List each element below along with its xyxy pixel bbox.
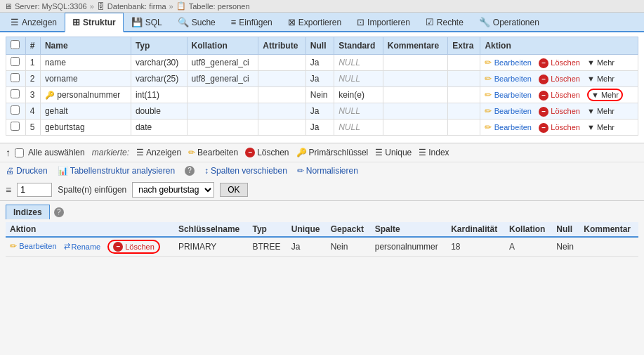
row-extra bbox=[448, 103, 480, 120]
bearbeiten-link[interactable]: Bearbeiten bbox=[494, 107, 532, 115]
bearbeiten-link[interactable]: Bearbeiten bbox=[494, 75, 532, 83]
verschieben-icon: ↕ bbox=[204, 166, 209, 176]
action-unique[interactable]: ☰ Unique bbox=[375, 148, 412, 157]
row-num: 3 bbox=[25, 87, 40, 103]
verschieben-link[interactable]: ↕ Spalten verschieben bbox=[204, 166, 287, 176]
row-checkbox-input[interactable] bbox=[11, 122, 20, 131]
select-all-checkbox[interactable] bbox=[15, 148, 24, 157]
row-null: Ja bbox=[305, 55, 334, 71]
row-standard: NULL bbox=[334, 71, 383, 87]
structure-table: # Name Typ Kollation Attribute Null Stan… bbox=[6, 37, 638, 136]
row-checkbox-input[interactable] bbox=[11, 105, 20, 115]
row-checkbox-input[interactable] bbox=[11, 73, 20, 82]
help-circle-analyse[interactable]: ? bbox=[185, 166, 195, 176]
tab-einfuegen[interactable]: ≡ Einfügen bbox=[223, 13, 280, 31]
indizes-col-aktion: Aktion bbox=[6, 222, 174, 237]
struktur-icon: ⊞ bbox=[72, 17, 80, 27]
bearbeiten-link[interactable]: Bearbeiten bbox=[494, 58, 532, 67]
indizes-tab-label: Indizes bbox=[13, 207, 42, 217]
tab-rechte[interactable]: ☑ Rechte bbox=[418, 13, 471, 31]
loeschen-link[interactable]: Löschen bbox=[551, 58, 580, 67]
col-name: Name bbox=[40, 37, 131, 55]
tab-importieren[interactable]: ⊡ Importieren bbox=[349, 13, 418, 31]
indizes-col-spalte: Spalte bbox=[371, 222, 447, 237]
tab-sql[interactable]: 💾 SQL bbox=[124, 13, 170, 31]
row-kommentare bbox=[383, 87, 448, 103]
indizes-tab[interactable]: Indizes bbox=[6, 205, 50, 219]
col-null: Null bbox=[305, 37, 334, 55]
row-aktion: ✏ Bearbeiten – Löschen ▼ Mehr bbox=[480, 120, 638, 136]
operationen-icon: 🔧 bbox=[479, 17, 490, 27]
action-loeschen[interactable]: – Löschen bbox=[245, 148, 289, 157]
indizes-loeschen-link[interactable]: – Löschen bbox=[107, 240, 160, 254]
loeschen-link[interactable]: Löschen bbox=[551, 91, 580, 99]
analyse-link[interactable]: 📊 Tabellenstruktur analysieren bbox=[58, 166, 175, 176]
row-name: vorname bbox=[40, 71, 131, 87]
col-aktion: Aktion bbox=[480, 37, 638, 55]
mehr-link[interactable]: ▼ Mehr bbox=[587, 107, 615, 115]
row-kollation bbox=[187, 87, 258, 103]
mehr-link[interactable]: ▼ Mehr bbox=[587, 89, 623, 101]
ok-button[interactable]: OK bbox=[220, 183, 247, 197]
row-attribute bbox=[258, 71, 305, 87]
action-anzeigen[interactable]: ☰ Anzeigen bbox=[136, 148, 181, 157]
insert-number-input[interactable] bbox=[17, 183, 52, 197]
analyse-icon: 📊 bbox=[58, 166, 68, 176]
tab-anzeigen[interactable]: ☰ Anzeigen bbox=[3, 13, 65, 31]
row-standard: NULL bbox=[334, 55, 383, 71]
table-icon: 📋 bbox=[176, 1, 186, 11]
help-circle-indizes[interactable]: ? bbox=[54, 207, 64, 217]
bottom-toolbar: ↑ Alle auswählen markierte: ☰ Anzeigen ✏… bbox=[0, 143, 644, 162]
mehr-link[interactable]: ▼ Mehr bbox=[587, 58, 615, 67]
indizes-col-kardinalitaet: Kardinalität bbox=[447, 222, 505, 237]
loeschen-link[interactable]: Löschen bbox=[551, 75, 580, 83]
normalisieren-link[interactable]: ✏ Normalisieren bbox=[297, 166, 358, 176]
rechte-icon: ☑ bbox=[426, 17, 434, 27]
select-all-header[interactable] bbox=[11, 40, 20, 49]
print-link[interactable]: 🖨 Drucken bbox=[6, 166, 48, 176]
action-bearbeiten-label: Bearbeiten bbox=[197, 148, 238, 157]
main-content: # Name Typ Kollation Attribute Null Stan… bbox=[0, 32, 644, 143]
loeschen-link[interactable]: Löschen bbox=[551, 123, 580, 131]
row-null: Ja bbox=[305, 120, 334, 136]
indizes-rename-link[interactable]: ⇄ Rename bbox=[64, 242, 101, 251]
row-num: 2 bbox=[25, 71, 40, 87]
action-primaerschluessel[interactable]: 🔑 Primärschlüssel bbox=[296, 148, 369, 157]
col-checkbox bbox=[6, 37, 26, 55]
indizes-col-null: Null bbox=[552, 222, 579, 237]
row-checkbox-input[interactable] bbox=[11, 57, 20, 66]
row-num: 1 bbox=[25, 55, 40, 71]
indizes-spalte: personalnummer bbox=[371, 237, 447, 257]
row-kollation: utf8_general_ci bbox=[187, 71, 258, 87]
row-typ: double bbox=[131, 103, 187, 120]
col-extra: Extra bbox=[448, 37, 480, 55]
bearbeiten-link[interactable]: Bearbeiten bbox=[494, 123, 532, 131]
tab-exportieren[interactable]: ⊠ Exportieren bbox=[280, 13, 349, 31]
action-index[interactable]: ☰ Index bbox=[419, 148, 449, 157]
indizes-col-gepackt: Gepackt bbox=[327, 222, 371, 237]
nav-tabs: ☰ Anzeigen ⊞ Struktur 💾 SQL 🔍 Suche ≡ Ei… bbox=[0, 13, 644, 32]
mehr-link[interactable]: ▼ Mehr bbox=[587, 75, 615, 83]
row-checkbox bbox=[6, 71, 26, 87]
mehr-link[interactable]: ▼ Mehr bbox=[587, 123, 615, 131]
indizes-col-unique: Unique bbox=[287, 222, 327, 237]
action-bearbeiten[interactable]: ✏ Bearbeiten bbox=[188, 148, 238, 157]
tab-operationen[interactable]: 🔧 Operationen bbox=[471, 13, 547, 31]
indizes-bearbeiten-link[interactable]: Bearbeiten bbox=[19, 242, 56, 250]
bearbeiten-link[interactable]: Bearbeiten bbox=[494, 91, 532, 99]
tab-suche[interactable]: 🔍 Suche bbox=[170, 13, 223, 31]
position-select[interactable]: nach geburtstag vor geburtstag am Ende bbox=[132, 182, 214, 198]
indizes-unique: Ja bbox=[287, 237, 327, 257]
importieren-icon: ⊡ bbox=[357, 17, 364, 27]
row-typ: varchar(25) bbox=[131, 71, 187, 87]
tab-struktur[interactable]: ⊞ Struktur bbox=[65, 13, 124, 32]
row-checkbox-input[interactable] bbox=[11, 89, 20, 98]
row-name: 🔑 personalnummer bbox=[40, 87, 131, 103]
up-arrow-icon: ↑ bbox=[6, 147, 11, 158]
select-all-row: ↑ Alle auswählen bbox=[6, 147, 85, 158]
indizes-col-schluessel: Schlüsselname bbox=[174, 222, 249, 237]
loeschen-link[interactable]: Löschen bbox=[551, 107, 580, 115]
row-null: Ja bbox=[305, 103, 334, 120]
tab-einfuegen-label: Einfügen bbox=[239, 18, 272, 27]
indizes-header: Indizes ? bbox=[6, 205, 638, 219]
